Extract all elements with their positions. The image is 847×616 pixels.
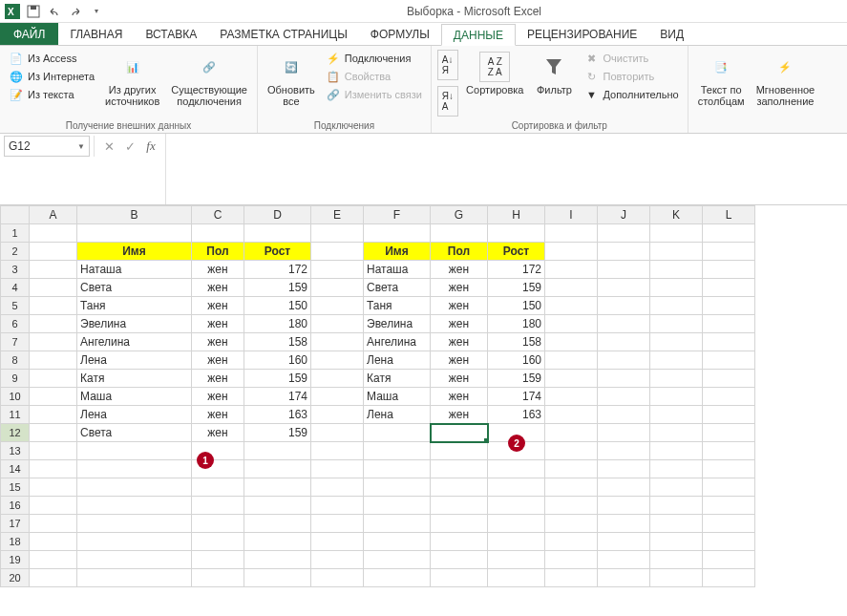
from-access-button[interactable]: 📄Из Access	[6, 50, 97, 67]
tab-home[interactable]: ГЛАВНАЯ	[58, 23, 134, 45]
cell-E4[interactable]	[311, 279, 364, 297]
row-header-1[interactable]: 1	[1, 224, 30, 243]
cell-C10[interactable]: жен	[192, 388, 244, 406]
cell-K4[interactable]	[650, 279, 703, 297]
cell-L3[interactable]	[703, 261, 755, 279]
cell-D13[interactable]	[244, 442, 311, 460]
cell-F9[interactable]: Катя	[364, 370, 431, 388]
cell-C19[interactable]	[192, 551, 244, 569]
cell-C15[interactable]	[192, 478, 244, 497]
cell-L10[interactable]	[703, 388, 755, 406]
cell-A19[interactable]	[30, 551, 77, 569]
row-header-9[interactable]: 9	[1, 370, 30, 388]
cell-B6[interactable]: Эвелина	[77, 315, 192, 333]
cell-G4[interactable]: жен	[431, 279, 488, 297]
cell-H4[interactable]: 159	[488, 279, 545, 297]
cell-L1[interactable]	[703, 224, 755, 243]
cell-G18[interactable]	[431, 533, 488, 551]
col-header-K[interactable]: K	[650, 206, 703, 224]
cell-C20[interactable]	[192, 569, 244, 587]
cell-C16[interactable]	[192, 497, 244, 515]
row-header-13[interactable]: 13	[1, 442, 30, 460]
cell-G11[interactable]: жен	[431, 406, 488, 424]
row-header-17[interactable]: 17	[1, 515, 30, 533]
cell-E8[interactable]	[311, 351, 364, 370]
cell-C6[interactable]: жен	[192, 315, 244, 333]
cell-I14[interactable]	[545, 460, 598, 478]
cell-J11[interactable]	[598, 406, 650, 424]
cell-H6[interactable]: 180	[488, 315, 545, 333]
cell-C5[interactable]: жен	[192, 297, 244, 315]
save-icon[interactable]	[25, 3, 42, 20]
cell-K19[interactable]	[650, 551, 703, 569]
cell-L9[interactable]	[703, 370, 755, 388]
cell-F5[interactable]: Таня	[364, 297, 431, 315]
from-other-button[interactable]: 📊Из других источников	[101, 50, 163, 109]
cell-I3[interactable]	[545, 261, 598, 279]
cell-A18[interactable]	[30, 533, 77, 551]
cell-A16[interactable]	[30, 497, 77, 515]
cell-I1[interactable]	[545, 224, 598, 243]
from-web-button[interactable]: 🌐Из Интернета	[6, 68, 97, 85]
cell-I19[interactable]	[545, 551, 598, 569]
select-all-corner[interactable]	[1, 206, 30, 224]
cell-D9[interactable]: 159	[244, 370, 311, 388]
cell-L7[interactable]	[703, 333, 755, 351]
cell-G10[interactable]: жен	[431, 388, 488, 406]
col-header-D[interactable]: D	[244, 206, 311, 224]
cell-C3[interactable]: жен	[192, 261, 244, 279]
cell-K15[interactable]	[650, 478, 703, 497]
cell-E6[interactable]	[311, 315, 364, 333]
cell-E10[interactable]	[311, 388, 364, 406]
cell-J5[interactable]	[598, 297, 650, 315]
cell-C17[interactable]	[192, 515, 244, 533]
cell-K1[interactable]	[650, 224, 703, 243]
cell-F13[interactable]	[364, 442, 431, 460]
cell-C2[interactable]: Пол	[192, 243, 244, 261]
cell-I12[interactable]	[545, 424, 598, 442]
cell-E12[interactable]	[311, 424, 364, 442]
cell-D16[interactable]	[244, 497, 311, 515]
cell-A6[interactable]	[30, 315, 77, 333]
cell-J3[interactable]	[598, 261, 650, 279]
cell-A12[interactable]	[30, 424, 77, 442]
cell-E7[interactable]	[311, 333, 364, 351]
cell-B9[interactable]: Катя	[77, 370, 192, 388]
col-header-J[interactable]: J	[598, 206, 650, 224]
cell-E15[interactable]	[311, 478, 364, 497]
cell-H1[interactable]	[488, 224, 545, 243]
cell-F17[interactable]	[364, 515, 431, 533]
cell-C12[interactable]: жен	[192, 424, 244, 442]
col-header-B[interactable]: B	[77, 206, 192, 224]
cell-D15[interactable]	[244, 478, 311, 497]
cell-J20[interactable]	[598, 569, 650, 587]
cell-L12[interactable]	[703, 424, 755, 442]
cell-A15[interactable]	[30, 478, 77, 497]
cell-D7[interactable]: 158	[244, 333, 311, 351]
cell-D3[interactable]: 172	[244, 261, 311, 279]
col-header-E[interactable]: E	[311, 206, 364, 224]
row-header-16[interactable]: 16	[1, 497, 30, 515]
cell-J17[interactable]	[598, 515, 650, 533]
cell-G5[interactable]: жен	[431, 297, 488, 315]
row-header-4[interactable]: 4	[1, 279, 30, 297]
row-header-14[interactable]: 14	[1, 460, 30, 478]
col-header-A[interactable]: A	[30, 206, 77, 224]
cell-K13[interactable]	[650, 442, 703, 460]
cell-F7[interactable]: Ангелина	[364, 333, 431, 351]
cell-I13[interactable]	[545, 442, 598, 460]
cell-H18[interactable]	[488, 533, 545, 551]
cell-A8[interactable]	[30, 351, 77, 370]
cell-A9[interactable]	[30, 370, 77, 388]
cell-G15[interactable]	[431, 478, 488, 497]
cell-A11[interactable]	[30, 406, 77, 424]
cell-G13[interactable]	[431, 442, 488, 460]
enter-formula-button[interactable]: ✓	[119, 136, 140, 157]
cell-B8[interactable]: Лена	[77, 351, 192, 370]
cell-G16[interactable]	[431, 497, 488, 515]
cell-B20[interactable]	[77, 569, 192, 587]
cell-H11[interactable]: 163	[488, 406, 545, 424]
cell-K9[interactable]	[650, 370, 703, 388]
cell-I16[interactable]	[545, 497, 598, 515]
row-header-10[interactable]: 10	[1, 388, 30, 406]
